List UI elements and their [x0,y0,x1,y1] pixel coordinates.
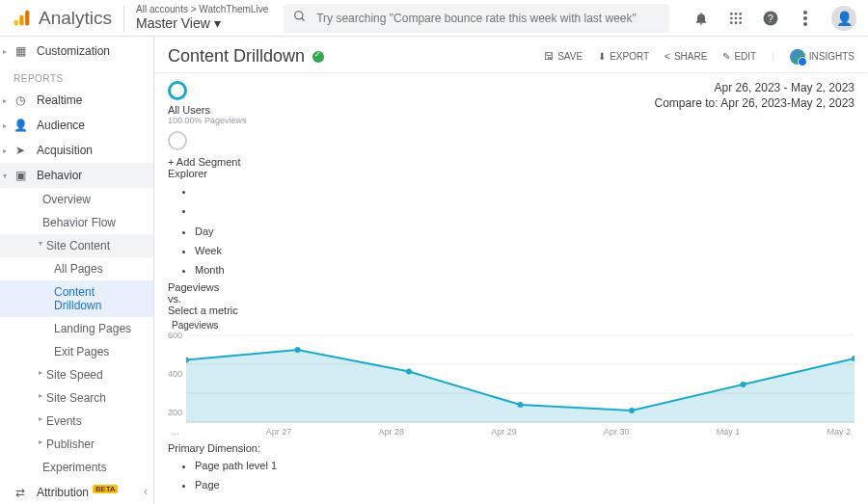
report-header: Content Drilldown 🖫SAVE ⬇EXPORT <SHARE ✎… [154,37,868,73]
label: Acquisition [37,144,93,157]
acquisition-icon: ➤ [14,144,27,157]
sidebar-item-site-search[interactable]: ▸Site Search [0,386,153,410]
apps-icon[interactable] [727,10,745,27]
collapse-icon: ▾ [39,239,42,248]
sidebar-item-realtime[interactable]: ▸ ◷ Realtime [0,88,153,113]
label: Audience [37,119,85,132]
sidebar-item-exit-pages[interactable]: Exit Pages [0,340,153,363]
account-view-label: Master View [136,15,210,32]
expand-icon: ▸ [3,121,7,130]
person-icon: 👤 [14,119,27,132]
label: Site Speed [46,368,103,382]
sidebar-item-events[interactable]: ▸Events [0,410,153,433]
svg-point-13 [739,21,742,24]
expand-icon: ▸ [39,391,42,400]
insights-button[interactable]: INSIGHTS [790,49,854,65]
svg-rect-0 [14,19,18,25]
pencil-icon: ✎ [722,51,730,62]
primary-dim-option[interactable]: Page path level 1 [195,456,854,475]
label: Customization [37,44,110,58]
sidebar-item-publisher[interactable]: ▸Publisher [0,433,153,456]
label: Behavior [37,169,82,182]
segment-name: All Users [168,104,247,116]
xtick: Apr 30 [604,427,630,437]
sidebar-item-landing-pages[interactable]: Landing Pages [0,317,153,340]
primary-dimension-list: Page path level 1 Page [168,456,854,494]
report-body: All Users 100.00% Pageviews Apr 26, 2023… [154,73,868,504]
save-button[interactable]: 🖫SAVE [544,51,583,62]
granularity-month[interactable]: Month [195,260,854,279]
label: Site Search [46,391,106,405]
date-range[interactable]: Apr 26, 2023 - May 2, 2023 [655,81,854,96]
collapse-sidebar-icon[interactable]: ‹ [144,485,148,498]
metric-selector[interactable]: Pageviews vs. Select a metric [168,281,854,316]
xtick: Apr 27 [266,427,292,437]
explorer-tab[interactable]: Explorer [168,168,854,179]
svg-line-4 [302,18,305,21]
xtick: Apr 28 [378,427,404,437]
expand-icon: ▸ [3,47,7,56]
label: Site Content [46,239,110,252]
granularity-day[interactable]: Day [195,222,854,241]
divider [123,5,124,32]
brand-text: Analytics [39,8,112,29]
sidebar-item-behavior[interactable]: ▾ ▣ Behavior [0,163,153,188]
export-button[interactable]: ⬇EXPORT [598,51,649,62]
sidebar-item-attribution[interactable]: ⇄ AttributionBETA [0,479,153,504]
search-input[interactable] [316,12,660,25]
xtick: May 1 [717,427,741,437]
label: Publisher [46,438,95,451]
svg-rect-1 [19,14,23,25]
chart-metric-label: Pageviews [168,320,854,331]
expand-icon: ▸ [3,146,7,155]
save-icon: 🖫 [544,51,554,62]
sidebar-item-site-content[interactable]: ▾ Site Content [0,234,153,257]
label: Realtime [37,93,82,107]
svg-point-6 [735,13,738,15]
topbar-actions: ? 👤 [692,6,856,31]
notifications-icon[interactable] [692,10,710,27]
insights-icon [790,49,805,65]
xtick: May 2 [827,427,851,437]
main: Content Drilldown 🖫SAVE ⬇EXPORT <SHARE ✎… [154,37,868,504]
sidebar-item-experiments[interactable]: Experiments [0,456,153,479]
avatar[interactable]: 👤 [831,6,856,31]
label: AttributionBETA [37,485,118,499]
sidebar-item-content-drilldown[interactable]: Content Drilldown [0,280,153,317]
line-chart-svg [186,331,854,427]
granularity-week[interactable]: Week [195,241,854,260]
account-path: All accounts > WatchThemLive [136,4,268,15]
search-bar[interactable] [284,4,669,33]
sidebar-item-behavior-flow[interactable]: Behavior Flow [0,211,153,234]
chevron-down-icon: ▾ [214,15,221,32]
add-segment-icon[interactable] [168,131,187,150]
help-icon[interactable]: ? [762,10,779,27]
sidebar-item-acquisition[interactable]: ▸ ➤ Acquisition [0,138,153,163]
ytick: 400 [168,369,182,379]
more-icon[interactable] [797,10,814,27]
share-button[interactable]: <SHARE [665,51,707,62]
sidebar-item-overview[interactable]: Overview [0,188,153,211]
add-segment-link[interactable]: + Add Segment [168,156,854,168]
edit-button[interactable]: ✎EDIT [722,51,756,62]
svg-point-8 [730,16,733,19]
primary-dim-option[interactable]: Page [195,475,854,494]
sidebar: ▸ ▦ Customization REPORTS ▸ ◷ Realtime ▸… [0,37,154,504]
search-icon [293,10,307,26]
account-selector[interactable]: All accounts > WatchThemLive Master View… [136,4,268,32]
logo[interactable]: Analytics [12,8,112,29]
svg-point-5 [730,13,733,15]
segment-indicator-icon [168,81,187,100]
sidebar-item-all-pages[interactable]: All Pages [0,257,153,280]
svg-point-25 [406,369,412,375]
x-axis: ... Apr 27 Apr 28 Apr 29 Apr 30 May 1 Ma… [168,427,854,437]
report-title: Content Drilldown [168,46,305,66]
xtick: Apr 29 [491,427,517,437]
sidebar-item-audience[interactable]: ▸ 👤 Audience [0,113,153,138]
sidebar-item-customization[interactable]: ▸ ▦ Customization [0,37,153,66]
label: Events [46,414,82,428]
svg-point-16 [803,11,807,14]
sidebar-item-site-speed[interactable]: ▸Site Speed [0,363,153,386]
date-compare: Compare to: Apr 26, 2023-May 2, 2023 [655,96,854,112]
expand-icon: ▸ [39,414,42,423]
